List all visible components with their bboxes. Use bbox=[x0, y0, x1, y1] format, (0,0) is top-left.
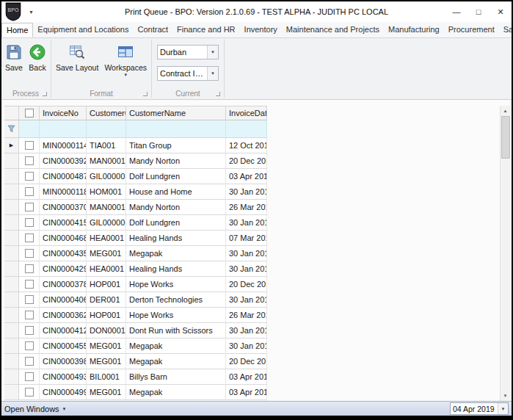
filter-invoicedate-input[interactable] bbox=[226, 120, 267, 138]
row-checkbox[interactable] bbox=[19, 169, 40, 184]
table-row[interactable]: CIN0000493BIL0001Billys Barn03 Apr 2019 bbox=[4, 369, 267, 385]
row-indicator bbox=[4, 200, 19, 215]
save-layout-button[interactable]: Save Layout bbox=[54, 41, 101, 74]
minimize-button[interactable]: — bbox=[445, 4, 467, 20]
table-row[interactable]: CIN0000487GIL000001Dolf Lundgren03 Apr 2… bbox=[4, 169, 267, 184]
checkbox-icon bbox=[25, 295, 34, 304]
row-checkbox[interactable] bbox=[19, 385, 40, 400]
site-combobox-dropdown-icon[interactable]: ▼ bbox=[207, 46, 218, 59]
save-button[interactable]: Save bbox=[3, 41, 25, 74]
cell-invoicedate: 26 Mar 2018 bbox=[226, 308, 267, 323]
tab-manufacturing[interactable]: Manufacturing bbox=[384, 23, 444, 37]
table-row[interactable]: ▶MIN0000114TIA001Titan Group12 Oct 2018 bbox=[4, 138, 267, 153]
workspaces-button[interactable]: Workspaces ▼ bbox=[102, 41, 149, 79]
row-indicator bbox=[4, 323, 19, 338]
cell-invoiceno: CIN0000412 bbox=[40, 323, 87, 338]
tab-inventory[interactable]: Inventory bbox=[240, 23, 282, 37]
row-checkbox[interactable] bbox=[19, 231, 40, 246]
tab-procurement[interactable]: Procurement bbox=[444, 23, 499, 37]
filter-icon bbox=[7, 125, 15, 133]
tab-finance-and-hr[interactable]: Finance and HR bbox=[172, 23, 240, 37]
row-indicator bbox=[4, 369, 19, 385]
filter-invoiceno-input[interactable] bbox=[40, 120, 87, 138]
row-checkbox[interactable] bbox=[19, 153, 40, 169]
table-row[interactable]: CIN0000415GIL000001Dolf Lundgren30 Jan 2… bbox=[4, 215, 267, 231]
cell-invoicedate: 30 Jan 2019 bbox=[226, 323, 267, 338]
date-picker-dropdown-icon[interactable]: ▼ bbox=[498, 403, 508, 414]
row-indicator bbox=[4, 184, 19, 200]
checkbox-icon bbox=[25, 249, 34, 258]
table-row[interactable]: CIN0000370MAN0001Mandy Norton26 Mar 2018 bbox=[4, 200, 267, 215]
row-checkbox[interactable] bbox=[19, 261, 40, 277]
cell-customername: Megapak bbox=[126, 354, 226, 369]
row-checkbox[interactable] bbox=[19, 323, 40, 338]
row-checkbox[interactable] bbox=[19, 369, 40, 385]
row-checkbox[interactable] bbox=[19, 354, 40, 369]
bpo-logo-text: BPO bbox=[8, 7, 19, 12]
table-row[interactable]: CIN0000455MEG001Megapak30 Jan 2019 bbox=[4, 338, 267, 354]
column-header-customercode[interactable]: CustomerCode bbox=[87, 106, 126, 120]
open-windows-dropdown-icon: ▼ bbox=[62, 407, 67, 411]
row-checkbox[interactable] bbox=[19, 277, 40, 292]
vertical-scrollbar[interactable]: ▲ ▼ bbox=[500, 106, 510, 401]
checkbox-icon bbox=[25, 109, 34, 117]
checkbox-icon bbox=[25, 280, 34, 289]
cell-invoiceno: CIN0000415 bbox=[40, 215, 87, 231]
row-checkbox[interactable] bbox=[19, 308, 40, 323]
table-row[interactable]: CIN0000429HEA0001Healing Hands30 Jan 201… bbox=[4, 261, 267, 277]
cell-invoicedate: 07 Mar 2019 bbox=[226, 231, 267, 246]
table-row[interactable]: CIN0000499MEG001Megapak03 Apr 2019 bbox=[4, 385, 267, 400]
tab-contract[interactable]: Contract bbox=[134, 23, 173, 37]
format-dialog-launcher-icon[interactable] bbox=[143, 92, 148, 96]
table-row[interactable]: CIN0000362HOP001Hope Works26 Mar 2018 bbox=[4, 308, 267, 323]
tab-sales[interactable]: Sales bbox=[499, 23, 513, 37]
row-checkbox[interactable] bbox=[19, 138, 40, 153]
checkbox-icon bbox=[25, 156, 34, 165]
scroll-down-icon[interactable]: ▼ bbox=[501, 391, 511, 401]
table-row[interactable]: CIN0000468HEA0001Healing Hands07 Mar 201… bbox=[4, 231, 267, 246]
tab-equipment-and-locations[interactable]: Equipment and Locations bbox=[33, 23, 133, 37]
tab-home[interactable]: Home bbox=[1, 23, 33, 37]
cell-customercode: DON0001 bbox=[87, 323, 126, 338]
column-header-customername[interactable]: CustomerName bbox=[126, 106, 226, 120]
maximize-button[interactable]: □ bbox=[467, 4, 490, 20]
date-picker[interactable]: 04 Apr 2019 ▼ bbox=[450, 402, 509, 415]
save-icon bbox=[5, 43, 23, 61]
filter-checkbox-cell bbox=[19, 120, 40, 138]
window-bottom-border bbox=[1, 416, 512, 419]
cell-customercode: DER001 bbox=[87, 292, 126, 308]
table-row[interactable]: CIN0000435MEG001Megapak30 Jan 2019 bbox=[4, 246, 267, 261]
table-row[interactable]: CIN0000378HOP001Hope Works20 Dec 2018 bbox=[4, 277, 267, 292]
back-button[interactable]: Back bbox=[26, 41, 48, 74]
filter-customercode-input[interactable] bbox=[87, 120, 126, 138]
table-row[interactable]: CIN0000406DER001Derton Technologies30 Ja… bbox=[4, 292, 267, 308]
filter-customername-input[interactable] bbox=[126, 120, 226, 138]
row-checkbox[interactable] bbox=[19, 338, 40, 354]
column-header-invoiceno[interactable]: InvoiceNo bbox=[40, 106, 87, 120]
table-row[interactable]: MIN0000118HOM001House and Home30 Jan 201… bbox=[4, 184, 267, 200]
scroll-up-icon[interactable]: ▲ bbox=[501, 106, 511, 116]
row-checkbox[interactable] bbox=[19, 184, 40, 200]
quick-access-dropdown-icon[interactable]: ▼ bbox=[29, 10, 34, 15]
current-dialog-launcher-icon[interactable] bbox=[216, 92, 220, 96]
select-all-checkbox[interactable] bbox=[19, 106, 40, 120]
tab-maintenance-and-projects[interactable]: Maintenance and Projects bbox=[282, 23, 384, 37]
cell-invoiceno: CIN0000406 bbox=[40, 292, 87, 308]
site-combobox[interactable]: Durban ▼ bbox=[157, 45, 219, 59]
row-checkbox[interactable] bbox=[19, 215, 40, 231]
document-type-combobox-dropdown-icon[interactable]: ▼ bbox=[207, 67, 218, 80]
document-type-combobox[interactable]: Contract Inv... ▼ bbox=[157, 66, 219, 81]
table-row[interactable]: CIN0000412DON0001Dont Run with Scissors3… bbox=[4, 323, 267, 338]
table-row[interactable]: CIN0000398MEG001Megapak20 Dec 2018 bbox=[4, 354, 267, 369]
row-checkbox[interactable] bbox=[19, 246, 40, 261]
process-dialog-launcher-icon[interactable] bbox=[43, 92, 47, 96]
scrollbar-thumb[interactable] bbox=[501, 116, 510, 159]
checkbox-icon bbox=[25, 326, 34, 335]
row-checkbox[interactable] bbox=[19, 200, 40, 215]
row-indicator bbox=[4, 215, 19, 231]
table-row[interactable]: CIN0000392MAN0001Mandy Norton20 Dec 2018 bbox=[4, 153, 267, 169]
open-windows-dropdown[interactable]: Open Windows ▼ bbox=[4, 405, 67, 413]
close-button[interactable]: ✕ bbox=[490, 4, 512, 20]
column-header-invoicedate[interactable]: InvoiceDate bbox=[226, 106, 267, 120]
row-checkbox[interactable] bbox=[19, 292, 40, 308]
